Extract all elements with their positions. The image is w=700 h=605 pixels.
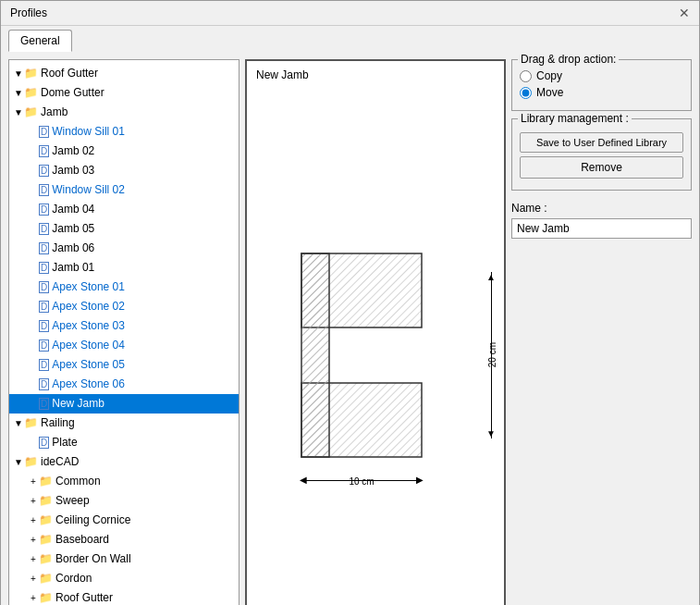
- folder-icon: 📁: [39, 572, 53, 585]
- tree-item[interactable]: DApex Stone 03: [9, 316, 239, 336]
- dialog-title: Profiles: [10, 6, 47, 19]
- tree-item-label: Jamb 06: [52, 241, 94, 254]
- tree-item-label: Window Sill 02: [52, 183, 125, 196]
- svg-rect-4: [302, 254, 328, 456]
- tree-item-label: Plate: [52, 436, 77, 449]
- tree-item-label: Apex Stone 01: [52, 280, 125, 293]
- remove-button[interactable]: Remove: [520, 156, 683, 179]
- expand-icon: +: [28, 512, 39, 529]
- folder-icon: 📁: [24, 67, 38, 80]
- tree-item[interactable]: DPlate: [9, 433, 239, 452]
- profile-icon: D: [39, 378, 49, 390]
- tree-item[interactable]: DJamb 05: [9, 219, 239, 239]
- tree-item-label: Baseboard: [55, 533, 109, 546]
- tree-item[interactable]: DApex Stone 06: [9, 375, 239, 394]
- drag-drop-group: Drag & drop action: Copy Move: [511, 59, 692, 111]
- expand-icon: +: [28, 493, 39, 510]
- tree-item-label: Window Sill 01: [52, 125, 125, 138]
- profile-icon: D: [39, 242, 49, 254]
- tree-item[interactable]: ▼📁Dome Gutter: [9, 83, 239, 103]
- folder-icon: 📁: [39, 533, 53, 546]
- title-bar: Profiles ✕: [1, 1, 699, 26]
- name-input[interactable]: [511, 218, 692, 239]
- folder-icon: 📁: [24, 86, 38, 99]
- expand-icon: +: [28, 474, 39, 490]
- tree-item-label: Railing: [41, 416, 75, 429]
- copy-radio[interactable]: [520, 70, 532, 82]
- tree-item[interactable]: DApex Stone 04: [9, 336, 239, 355]
- tree-item[interactable]: DJamb 01: [9, 258, 239, 278]
- save-library-button[interactable]: Save to User Defined Library: [520, 132, 683, 153]
- tree-item[interactable]: DJamb 04: [9, 200, 239, 219]
- tree-item-label: Jamb 05: [52, 222, 94, 235]
- tree-item[interactable]: +📁Sweep: [9, 491, 239, 511]
- expand-icon: +: [28, 551, 39, 568]
- library-label: Library management :: [518, 112, 632, 125]
- tree-item[interactable]: ▼📁Jamb: [9, 103, 239, 122]
- tree-item[interactable]: ▼📁ideCAD: [9, 452, 239, 472]
- tree-item-label: Apex Stone 03: [52, 319, 125, 332]
- expand-icon: ▼: [13, 415, 24, 432]
- expand-icon: ▼: [13, 105, 24, 121]
- tree-item-label: Apex Stone 05: [52, 358, 125, 371]
- folder-icon: 📁: [39, 552, 53, 565]
- right-panel: Drag & drop action: Copy Move Library ma…: [511, 59, 692, 605]
- profile-icon: D: [39, 223, 49, 235]
- expand-icon: ▼: [13, 454, 24, 471]
- move-radio-row: Move: [520, 86, 683, 99]
- drag-drop-label: Drag & drop action:: [518, 53, 619, 66]
- move-radio[interactable]: [520, 87, 532, 99]
- expand-icon: ▼: [13, 66, 24, 82]
- height-dimension: 20 cm ▲ ▼: [487, 272, 497, 438]
- tree-item-label: Jamb 01: [52, 261, 94, 274]
- tree-item[interactable]: +📁Baseboard: [9, 530, 239, 549]
- tree-panel[interactable]: ▼📁Roof Gutter▼📁Dome Gutter▼📁Jamb DWindow…: [8, 59, 239, 605]
- tree-item[interactable]: +📁Roof Gutter: [9, 588, 239, 605]
- folder-icon: 📁: [24, 455, 38, 468]
- tree-item[interactable]: ▼📁Railing: [9, 414, 239, 433]
- tree-item[interactable]: DJamb 06: [9, 239, 239, 258]
- profile-icon: D: [39, 126, 49, 138]
- tree-item[interactable]: +📁Cordon: [9, 569, 239, 588]
- tree-item-label: Sweep: [55, 494, 90, 507]
- tree-item[interactable]: DJamb 02: [9, 142, 239, 161]
- close-button[interactable]: ✕: [679, 6, 690, 19]
- profile-icon: D: [39, 145, 49, 157]
- tree-item[interactable]: DJamb 03: [9, 161, 239, 180]
- tree-item[interactable]: +📁Common: [9, 472, 239, 491]
- profile-icon: D: [39, 398, 49, 410]
- copy-radio-row: Copy: [520, 69, 683, 82]
- tree-item-label: Border On Wall: [55, 552, 131, 565]
- folder-icon: 📁: [39, 513, 53, 526]
- folder-icon: 📁: [39, 475, 53, 488]
- tab-bar: General: [1, 26, 699, 52]
- expand-icon: +: [28, 590, 39, 605]
- profile-icon: D: [39, 165, 49, 177]
- profile-icon: D: [39, 184, 49, 196]
- tree-item[interactable]: DApex Stone 05: [9, 355, 239, 375]
- height-label: 20 cm: [487, 342, 497, 367]
- profile-icon: D: [39, 359, 49, 371]
- move-radio-label: Move: [536, 86, 563, 99]
- profile-icon: D: [39, 437, 49, 449]
- tree-item[interactable]: +📁Border On Wall: [9, 549, 239, 569]
- tree-item[interactable]: DApex Stone 01: [9, 278, 239, 297]
- tree-item-label: ideCAD: [41, 455, 79, 468]
- tab-general[interactable]: General: [8, 30, 72, 52]
- tree-item-label: Apex Stone 04: [52, 339, 125, 352]
- tree-item[interactable]: DApex Stone 02: [9, 297, 239, 316]
- tree-item[interactable]: +📁Ceiling Cornice: [9, 511, 239, 530]
- folder-icon: 📁: [24, 416, 38, 429]
- tree-item-label: Common: [55, 475, 101, 488]
- profile-icon: D: [39, 262, 49, 274]
- tree-item-label: Dome Gutter: [41, 86, 104, 99]
- tree-item[interactable]: DWindow Sill 01: [9, 122, 239, 142]
- tree-item-label: Roof Gutter: [55, 591, 113, 604]
- preview-panel: New Jamb: [245, 59, 506, 605]
- width-dimension: 10 cm ◀ ▶: [301, 476, 422, 487]
- expand-icon: ▼: [13, 85, 24, 102]
- tree-item[interactable]: ▼📁Roof Gutter: [9, 64, 239, 83]
- tree-item[interactable]: DNew Jamb: [9, 394, 239, 414]
- copy-radio-label: Copy: [536, 69, 562, 82]
- tree-item[interactable]: DWindow Sill 02: [9, 180, 239, 200]
